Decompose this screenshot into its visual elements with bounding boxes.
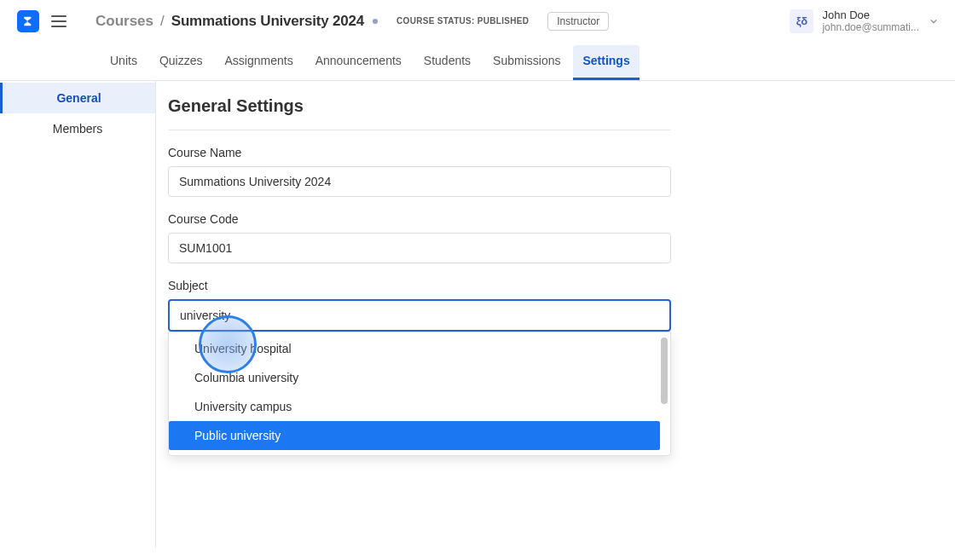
course-code-input[interactable]	[168, 233, 671, 263]
sigma-logo-icon	[21, 14, 35, 28]
tab-announcements[interactable]: Announcements	[306, 45, 411, 80]
tab-assignments[interactable]: Assignments	[215, 45, 302, 80]
tab-students[interactable]: Students	[414, 45, 480, 80]
user-menu[interactable]: ξδ John Doe john.doe@summati...	[790, 9, 938, 33]
course-status-label: COURSE STATUS: PUBLISHED	[396, 16, 529, 26]
tab-quizzes[interactable]: Quizzes	[150, 45, 212, 80]
subject-combobox: University hospital Columbia university …	[168, 299, 671, 332]
app-logo[interactable]	[17, 10, 39, 32]
subject-label: Subject	[168, 279, 671, 292]
subject-input[interactable]	[168, 299, 671, 332]
course-name-input[interactable]	[168, 166, 671, 197]
breadcrumb: Courses / Summations University 2024	[96, 13, 378, 30]
tab-settings[interactable]: Settings	[573, 45, 639, 80]
dropdown-option-highlighted[interactable]: Public university	[169, 421, 660, 450]
status-dot-icon	[373, 19, 378, 24]
course-code-label: Course Code	[168, 212, 671, 226]
sidebar-item-label: Members	[53, 122, 102, 136]
sidebar-item-members[interactable]: Members	[0, 113, 155, 144]
dropdown-option[interactable]: Columbia university	[169, 363, 660, 392]
user-info: John Doe john.doe@summati...	[822, 9, 919, 33]
page-title: General Settings	[168, 96, 671, 130]
breadcrumb-root[interactable]: Courses	[96, 13, 153, 30]
main-area: General Members General Settings Course …	[0, 81, 955, 547]
header-bar: Courses / Summations University 2024 COU…	[0, 0, 955, 40]
tab-submissions[interactable]: Submissions	[483, 45, 570, 80]
role-badge: Instructor	[547, 12, 609, 31]
user-email: john.doe@summati...	[822, 21, 919, 33]
avatar: ξδ	[790, 9, 813, 33]
dropdown-option[interactable]: University campus	[169, 392, 660, 421]
hamburger-menu-icon[interactable]	[51, 15, 67, 27]
avatar-initials: ξδ	[796, 14, 808, 27]
dropdown-scrollbar[interactable]	[661, 338, 668, 404]
dropdown-option[interactable]: University hospital	[169, 334, 660, 363]
course-name-label: Course Name	[168, 146, 671, 159]
subject-dropdown: University hospital Columbia university …	[168, 332, 671, 456]
tab-units[interactable]: Units	[101, 45, 147, 80]
sidebar-item-general[interactable]: General	[0, 83, 155, 113]
subject-group: Subject University hospital Columbia uni…	[168, 279, 671, 332]
settings-sidebar: General Members	[0, 81, 156, 547]
chevron-down-icon	[929, 17, 938, 26]
course-code-group: Course Code	[168, 212, 671, 263]
course-tabs: Units Quizzes Assignments Announcements …	[0, 40, 955, 81]
user-name: John Doe	[822, 9, 919, 21]
course-name-group: Course Name	[168, 146, 671, 197]
breadcrumb-separator: /	[160, 13, 165, 30]
sidebar-item-label: General	[56, 91, 101, 105]
settings-content: General Settings Course Name Course Code…	[156, 81, 955, 547]
breadcrumb-current[interactable]: Summations University 2024	[171, 13, 364, 30]
